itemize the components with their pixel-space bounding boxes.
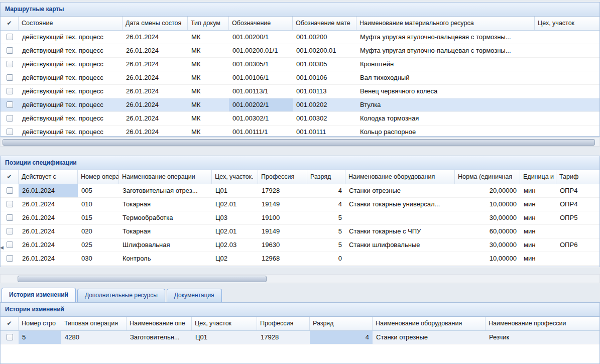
grid-cell[interactable]: 19149 xyxy=(258,225,307,238)
grid-cell[interactable]: 4 xyxy=(307,184,345,197)
grid-cell[interactable]: 001.00111 xyxy=(293,126,356,137)
row-checkbox[interactable] xyxy=(7,101,13,108)
grid-cell[interactable]: МК xyxy=(188,98,229,111)
grid-cell[interactable]: 5 xyxy=(307,238,345,252)
grid-cell[interactable]: 10,00000 xyxy=(455,252,520,265)
grid-cell[interactable]: ОПР5 xyxy=(556,211,599,224)
column-header[interactable]: Номер опера xyxy=(78,170,119,184)
table-row[interactable]: действующий тех. процесс26.01.2024МК001.… xyxy=(1,112,599,126)
column-header[interactable]: Номер стро xyxy=(19,317,61,330)
grid-cell[interactable] xyxy=(535,98,599,111)
select-all-check-icon[interactable]: ✔ xyxy=(1,17,19,30)
grid-cell[interactable]: Вал тихоходный xyxy=(356,71,535,84)
column-header[interactable]: Профессия xyxy=(257,317,310,330)
column-header[interactable]: Наименование операции xyxy=(119,170,212,184)
grid-cell[interactable]: 17928 xyxy=(258,184,307,197)
select-all-check-icon[interactable]: ✔ xyxy=(1,170,19,184)
grid-cell[interactable]: 001.00305/1 xyxy=(229,58,293,71)
grid-cell[interactable] xyxy=(556,252,599,265)
row-checkbox[interactable] xyxy=(7,88,13,94)
grid-cell[interactable]: 001.00200 xyxy=(293,31,356,44)
grid-cell[interactable]: действующий тех. процесс xyxy=(19,31,123,44)
grid-cell[interactable]: Шлифовальная xyxy=(119,238,212,252)
row-checkbox[interactable] xyxy=(7,129,13,135)
scrollbar-thumb[interactable] xyxy=(18,276,267,282)
column-header[interactable]: Типовая операция xyxy=(61,317,127,330)
grid-cell[interactable]: действующий тех. процесс xyxy=(19,85,123,98)
column-header[interactable]: Наименование профессии xyxy=(486,317,599,330)
grid-cell[interactable]: мин xyxy=(520,198,556,211)
grid-cell[interactable]: 001.00202 xyxy=(293,98,356,111)
grid-cell[interactable]: Ц01 xyxy=(192,331,257,344)
grid-cell[interactable]: 010 xyxy=(78,198,119,211)
grid-cell[interactable]: мин xyxy=(520,184,556,197)
row-checkbox[interactable] xyxy=(7,255,13,262)
row-checkbox[interactable] xyxy=(7,201,13,207)
column-header[interactable]: Тип докум xyxy=(188,17,229,30)
grid-cell[interactable]: 001.00111/1 xyxy=(229,126,293,137)
grid-cell[interactable] xyxy=(556,225,599,238)
grid-cell[interactable]: Муфта упругая втулочно-пальцевая с тормо… xyxy=(356,44,535,57)
grid-cell[interactable] xyxy=(535,44,599,57)
tab-3[interactable]: Документация xyxy=(167,289,222,302)
grid-cell[interactable] xyxy=(345,211,455,224)
table-row[interactable]: 26.01.2024010ТокарнаяЦ02.01191494Станки … xyxy=(1,198,599,211)
grid-cell[interactable]: 001.00113/1 xyxy=(229,85,293,98)
grid-cell[interactable]: 001.00302/1 xyxy=(229,112,293,125)
grid-cell[interactable]: 19149 xyxy=(258,198,307,211)
table-row[interactable]: действующий тех. процесс26.01.2024МК001.… xyxy=(1,98,599,112)
column-header[interactable]: Дата смены состоя xyxy=(123,17,188,30)
grid-cell[interactable]: ОПР6 xyxy=(556,238,599,252)
grid-cell[interactable]: 26.01.2024 xyxy=(19,198,78,211)
table-row[interactable]: 26.01.2024025ШлифовальнаяЦ02.03196305Ста… xyxy=(1,238,599,252)
grid-cell[interactable]: 0 xyxy=(307,252,345,265)
grid-cell[interactable]: мин xyxy=(520,238,556,252)
column-header[interactable]: Норма (единичная xyxy=(455,170,520,184)
grid-cell[interactable] xyxy=(535,71,599,84)
grid-cell[interactable]: 4 xyxy=(307,198,345,211)
grid-cell[interactable]: 4280 xyxy=(61,331,127,344)
table-row[interactable]: действующий тех. процесс26.01.2024МК001.… xyxy=(1,58,599,71)
grid-cell[interactable]: Венец червячного колеса xyxy=(356,85,535,98)
grid-cell[interactable]: действующий тех. процесс xyxy=(19,98,123,111)
grid-cell[interactable]: 001.00302 xyxy=(293,112,356,125)
grid-cell[interactable]: 60,00000 xyxy=(455,225,520,238)
column-header[interactable]: Обозначение мате xyxy=(293,17,356,30)
grid-cell[interactable]: мин xyxy=(520,225,556,238)
column-header[interactable]: Единица и xyxy=(520,170,556,184)
column-header[interactable]: Цех, участок. xyxy=(212,170,258,184)
spec-positions-hscrollbar[interactable] xyxy=(0,274,600,283)
grid-cell[interactable]: Станки токарные с ЧПУ xyxy=(345,225,455,238)
table-row[interactable]: 26.01.2024015ТермообработкаЦ0319100530,0… xyxy=(1,211,599,225)
grid-cell[interactable]: мин xyxy=(520,252,556,265)
grid-cell[interactable]: действующий тех. процесс xyxy=(19,112,123,125)
grid-cell[interactable]: Ц02 xyxy=(212,252,258,265)
grid-cell[interactable]: 26.01.2024 xyxy=(123,58,188,71)
row-checkbox[interactable] xyxy=(7,61,13,67)
grid-cell[interactable]: 26.01.2024 xyxy=(123,112,188,125)
grid-cell[interactable]: Станки отрезные xyxy=(345,184,455,197)
grid-cell[interactable]: Ц02.01 xyxy=(212,225,258,238)
table-row[interactable]: действующий тех. процесс26.01.2024МК001.… xyxy=(1,71,599,85)
tab-2[interactable]: Дополнительные ресурсы xyxy=(77,289,165,302)
column-header[interactable]: Состояние xyxy=(19,17,123,30)
grid-cell[interactable]: 26.01.2024 xyxy=(123,31,188,44)
table-row[interactable]: 26.01.2024005Заготовительная отрез...Ц01… xyxy=(1,184,599,198)
grid-cell[interactable]: Станки отрезные xyxy=(373,331,486,344)
grid-cell[interactable]: 19630 xyxy=(258,238,307,252)
column-header[interactable]: Разряд xyxy=(307,170,345,184)
collapse-left-icon[interactable]: ◀ xyxy=(0,240,6,255)
grid-cell[interactable]: ОПР4 xyxy=(556,184,599,197)
grid-cell[interactable]: 5 xyxy=(307,225,345,238)
grid-cell[interactable]: Ц01 xyxy=(212,184,258,197)
grid-cell[interactable] xyxy=(345,252,455,265)
row-checkbox[interactable] xyxy=(7,34,13,40)
grid-cell[interactable]: Ц02.01 xyxy=(212,198,258,211)
grid-cell[interactable]: Кронштейн xyxy=(356,58,535,71)
grid-cell[interactable]: МК xyxy=(188,85,229,98)
grid-cell[interactable]: МК xyxy=(188,44,229,57)
grid-cell[interactable]: МК xyxy=(188,58,229,71)
row-checkbox[interactable] xyxy=(7,228,13,234)
column-header[interactable]: Наименование материального ресурса xyxy=(356,17,535,30)
grid-cell[interactable]: Кольцо распорное xyxy=(356,126,535,137)
